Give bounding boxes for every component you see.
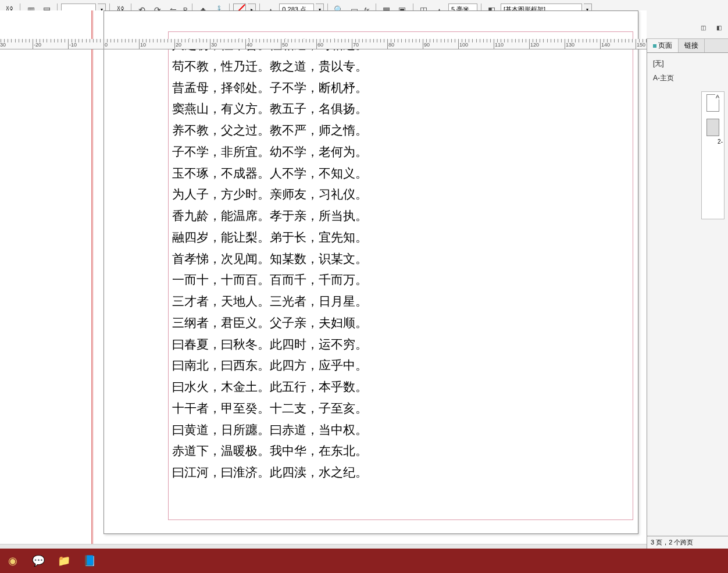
taskbar: ◉ 💬 📁 📘 [0, 549, 728, 573]
text-line[interactable]: 十干者，甲至癸。十二支，子至亥。 [172, 398, 629, 419]
margin-guide [92, 10, 93, 563]
text-line[interactable]: 曰水火，木金土。此五行，本乎数。 [172, 376, 629, 398]
text-line[interactable]: 曰江河，曰淮济。此四渎，水之纪。 [172, 462, 629, 483]
page-thumbnails: A 2- [701, 91, 725, 219]
document-canvas[interactable]: 人之初，性本善。性相近，习相远。苟不教，性乃迁。教之道，贵以专。昔孟母，择邻处。… [0, 10, 647, 573]
start-icon[interactable]: ◉ [5, 553, 21, 569]
text-line[interactable]: 为人子，方少时。亲师友，习礼仪。 [172, 184, 629, 205]
text-frame[interactable]: 人之初，性本善。性相近，习相远。苟不教，性乃迁。教之道，贵以专。昔孟母，择邻处。… [168, 31, 633, 520]
pages-panel: 页面 链接 [无] A-主页 A 2- 3 页，2 个跨页 [647, 39, 728, 549]
horizontal-ruler[interactable]: -30-20-100102030405060708090100110120130… [0, 39, 647, 49]
text-line[interactable]: 三纲者，君臣义。父子亲，夫妇顺。 [172, 312, 629, 334]
tab-links[interactable]: 链接 [679, 39, 705, 52]
text-line[interactable]: 首孝悌，次见闻。知某数，识某文。 [172, 248, 629, 270]
taskbar-app3-icon[interactable]: 📘 [81, 553, 98, 569]
page-thumb-a[interactable]: A [706, 94, 719, 112]
tab-pages[interactable]: 页面 [647, 39, 679, 52]
text-line[interactable]: 子不学，非所宜。幼不学，老何为。 [172, 141, 629, 163]
master-none-item[interactable]: [无] [652, 56, 723, 71]
small-opt2-icon[interactable]: ◧ [712, 21, 726, 35]
panel-status: 3 页，2 个跨页 [647, 536, 728, 549]
text-line[interactable]: 昔孟母，择邻处。子不学，断机杼。 [172, 77, 629, 99]
page: 人之初，性本善。性相近，习相远。苟不教，性乃迁。教之道，贵以专。昔孟母，择邻处。… [104, 10, 638, 534]
text-line[interactable]: 曰黄道，日所躔。曰赤道，当中权。 [172, 419, 629, 441]
taskbar-app2-icon[interactable]: 📁 [56, 553, 72, 569]
bleed-guide [91, 10, 92, 563]
text-line[interactable]: 玉不琢，不成器。人不学，不知义。 [172, 163, 629, 184]
text-line[interactable]: 香九龄，能温席。孝于亲，所当执。 [172, 205, 629, 227]
text-line[interactable]: 养不教，父之过。教不严，师之惰。 [172, 120, 629, 141]
text-line[interactable]: 曰南北，曰西东。此四方，应乎中。 [172, 355, 629, 376]
master-a-item[interactable]: A-主页 [652, 71, 723, 86]
document-text[interactable]: 人之初，性本善。性相近，习相远。苟不教，性乃迁。教之道，贵以专。昔孟母，择邻处。… [169, 32, 633, 486]
text-line[interactable]: 苟不教，性乃迁。教之道，贵以专。 [172, 56, 629, 77]
text-line[interactable]: 融四岁，能让梨。弟于长，宜先知。 [172, 227, 629, 248]
status-strip [0, 544, 728, 549]
text-line[interactable]: 一而十，十而百。百而千，千而万。 [172, 269, 629, 291]
text-line[interactable]: 窦燕山，有义方。教五子，名俱扬。 [172, 98, 629, 120]
thumb-range-label: 2- [718, 138, 723, 145]
text-line[interactable]: 三才者，天地人。三光者，日月星。 [172, 291, 629, 312]
taskbar-app1-icon[interactable]: 💬 [30, 553, 47, 569]
page-thumb-2[interactable] [706, 119, 719, 136]
panel-body: [无] A-主页 [647, 53, 728, 89]
text-line[interactable]: 曰春夏，曰秋冬。此四时，运不穷。 [172, 334, 629, 355]
panel-tabs: 页面 链接 [647, 39, 728, 53]
text-line[interactable]: 赤道下，温暖极。我中华，在东北。 [172, 440, 629, 462]
small-opt1-icon[interactable]: ◫ [696, 21, 710, 35]
